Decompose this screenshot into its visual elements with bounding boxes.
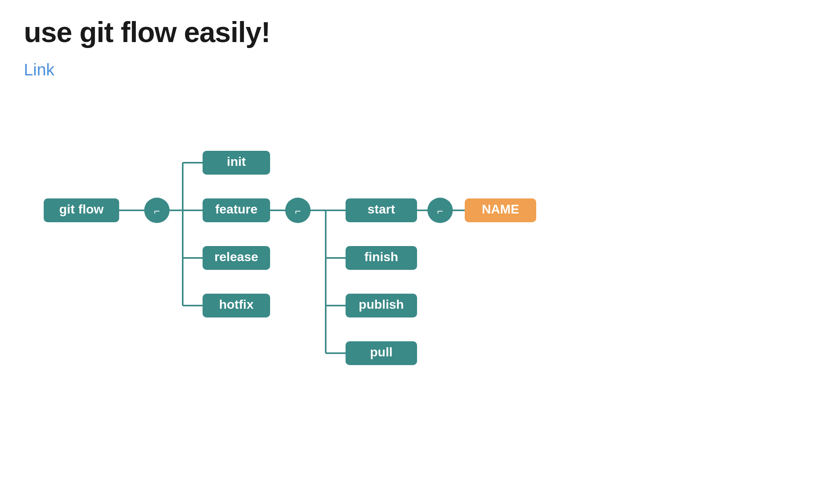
svg-text:NAME: NAME: [482, 202, 519, 216]
svg-text:hotfix: hotfix: [219, 297, 253, 312]
diagram-svg: git flow ⌐ init feature release hotfix ⌐…: [24, 123, 500, 393]
svg-text:⌐: ⌐: [154, 205, 160, 217]
svg-text:pull: pull: [370, 345, 393, 359]
svg-text:git flow: git flow: [59, 202, 104, 216]
diagram-container: git flow ⌐ init feature release hotfix ⌐…: [24, 123, 799, 394]
svg-text:publish: publish: [359, 297, 404, 312]
svg-text:feature: feature: [215, 202, 258, 216]
svg-text:release: release: [214, 250, 258, 264]
link[interactable]: Link: [24, 60, 54, 79]
svg-text:finish: finish: [364, 250, 398, 264]
svg-text:start: start: [367, 202, 395, 216]
svg-text:⌐: ⌐: [437, 205, 443, 217]
page-title: use git flow easily!: [24, 16, 799, 48]
svg-text:⌐: ⌐: [295, 205, 301, 217]
svg-text:init: init: [227, 154, 246, 169]
